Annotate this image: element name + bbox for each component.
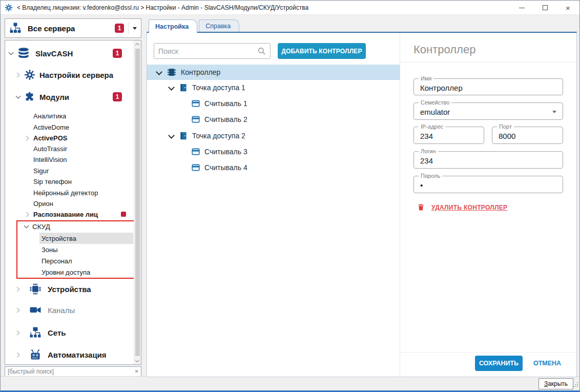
network-icon [29, 326, 42, 339]
sidebar-item-activedome[interactable]: ActiveDome [6, 121, 133, 133]
sidebar-item-skud-access-levels[interactable]: Уровни доступа [6, 266, 133, 278]
sidebar-item-neuro-detector[interactable]: Нейронный детектор [6, 187, 133, 198]
device-tree-item-access-point-1[interactable]: Точка доступа 1 [147, 80, 400, 95]
chevron-down-icon[interactable] [155, 69, 161, 75]
sidebar-item-analytics[interactable]: Аналитика [6, 110, 133, 121]
sidebar-item-devices[interactable]: Устройства [6, 283, 133, 295]
controller-chip-icon [167, 67, 177, 77]
delete-controller-link[interactable]: УДАЛИТЬ КОНТРОЛЛЕР [417, 203, 507, 212]
device-tree-label: Точка доступа 2 [192, 132, 245, 140]
sidebar-item-label: Аналитика [33, 112, 66, 120]
scroll-up-button[interactable] [134, 40, 141, 48]
add-controller-button[interactable]: ДОБАВИТЬ КОНТРОЛЛЕР [278, 43, 366, 59]
name-field[interactable] [414, 79, 563, 95]
alert-dot-badge [121, 212, 126, 217]
search-icon [257, 47, 266, 55]
sidebar-item-label: Уровни доступа [42, 269, 90, 276]
maximize-icon [543, 5, 548, 10]
sidebar-item-label: Зоны [42, 246, 58, 254]
sidebar-item-automation[interactable]: Автоматизация [6, 348, 133, 361]
device-tree-item-reader-4[interactable]: Считываль 4 [147, 160, 400, 175]
divider [400, 352, 576, 353]
sidebar-item-network[interactable]: Сеть [6, 326, 133, 339]
device-tree-item-controller[interactable]: Контроллер [147, 65, 400, 80]
chevron-right-icon[interactable] [15, 329, 21, 336]
field-label: Пароль [419, 173, 442, 179]
sidebar-item-skud-personnel[interactable]: Персонал [6, 255, 133, 266]
device-tree-item-access-point-2[interactable]: Точка доступа 2 [147, 129, 400, 143]
port-field-wrap: Порт [492, 127, 563, 144]
gear-icon [24, 69, 35, 80]
sidebar-item-label: Sip телефон [33, 178, 72, 185]
chevron-down-icon[interactable] [23, 223, 29, 230]
form-title: Контроллер [413, 43, 475, 56]
sidebar-item-modules[interactable]: Модули 1 [6, 91, 133, 102]
cancel-button[interactable]: ОТМЕНА [530, 356, 564, 371]
minimize-button[interactable] [510, 1, 533, 15]
sidebar-item-sip-phone[interactable]: Sip телефон [6, 176, 133, 187]
close-button[interactable]: × [556, 1, 579, 15]
login-field-wrap: Логин [413, 151, 563, 169]
sidebar-item-label: Настройки сервера [39, 71, 113, 79]
chevron-down-icon[interactable] [8, 50, 14, 56]
field-label: Порт [497, 123, 514, 130]
sidebar-item-slavcash[interactable]: SlavCASH 1 [6, 47, 133, 60]
chevron-down-icon[interactable] [15, 94, 21, 100]
server-selector[interactable]: Все сервера 1 [5, 18, 141, 38]
tab-help[interactable]: Справка [199, 19, 239, 32]
clear-icon[interactable]: × [135, 368, 138, 375]
device-tree-item-reader-3[interactable]: Считываль 3 [147, 145, 400, 159]
sidebar-item-activepos[interactable]: ActivePOS [6, 132, 133, 143]
field-label: Имя [419, 75, 433, 81]
door-icon [179, 83, 188, 92]
chevron-right-icon[interactable] [15, 72, 21, 78]
sidebar-item-skud[interactable]: СКУД [6, 221, 133, 232]
chevron-right-icon[interactable] [24, 135, 30, 141]
chevron-right-icon[interactable] [24, 211, 30, 217]
quick-search-input[interactable] [8, 368, 133, 375]
close-icon: × [566, 4, 570, 12]
sidebar-item-label: AutoTrassir [33, 145, 67, 153]
chevron-right-icon[interactable] [15, 286, 21, 292]
notification-badge: 1 [113, 49, 122, 58]
sidebar-item-face-recognition[interactable]: Распознавание лиц [6, 209, 133, 220]
chevron-right-icon[interactable] [15, 352, 21, 358]
notification-badge: 1 [113, 92, 122, 101]
delete-controller-label: УДАЛИТЬ КОНТРОЛЛЕР [431, 204, 507, 211]
sidebar-item-autotrassir[interactable]: AutoTrassir [6, 143, 133, 154]
sidebar-item-label: IntelliVision [33, 156, 67, 163]
chevron-right-icon[interactable] [15, 307, 21, 313]
dropdown-caret-icon[interactable] [133, 27, 137, 30]
minimize-icon [519, 8, 525, 8]
device-tree-item-reader-2[interactable]: Считываль 2 [147, 112, 400, 127]
chevron-down-icon[interactable] [168, 85, 174, 91]
tab-settings[interactable]: Настройка [149, 19, 197, 33]
close-dialog-button[interactable]: Закрыть [538, 378, 573, 389]
robot-icon [29, 348, 42, 361]
window-title: < Владелец лицензии: v.fedorenko@dssl.ru… [17, 4, 308, 11]
ip-field-wrap: IP-адрес [413, 127, 484, 144]
scroll-down-button[interactable] [134, 357, 141, 364]
family-select[interactable]: Семейство emulator [413, 102, 563, 120]
card-reader-icon [191, 99, 200, 108]
door-icon [179, 131, 188, 140]
sidebar-item-sigur[interactable]: Sigur [6, 165, 133, 176]
sidebar-item-server-settings[interactable]: Настройки сервера [6, 69, 133, 80]
chevron-down-icon[interactable] [168, 133, 174, 139]
trash-icon [417, 203, 425, 212]
sidebar-item-intellivision[interactable]: IntelliVision [6, 154, 133, 165]
maximize-button[interactable] [533, 1, 556, 15]
device-search-input[interactable] [158, 47, 257, 55]
sidebar-item-skud-zones[interactable]: Зоны [6, 244, 133, 255]
scrollbar-thumb[interactable] [135, 49, 140, 356]
divider [128, 23, 129, 34]
sidebar-scrollbar[interactable] [134, 40, 141, 364]
sidebar-item-skud-devices[interactable]: Устройства [6, 233, 133, 244]
sidebar-item-channels[interactable]: Каналы [6, 304, 133, 316]
resize-grip[interactable] [573, 380, 578, 389]
sidebar-item-label: Каналы [48, 306, 75, 315]
save-button[interactable]: СОХРАНИТЬ [475, 356, 523, 371]
device-search-box [154, 43, 271, 59]
device-tree-item-reader-1[interactable]: Считываль 1 [147, 96, 400, 111]
sidebar-item-orion[interactable]: Орион [6, 198, 133, 209]
